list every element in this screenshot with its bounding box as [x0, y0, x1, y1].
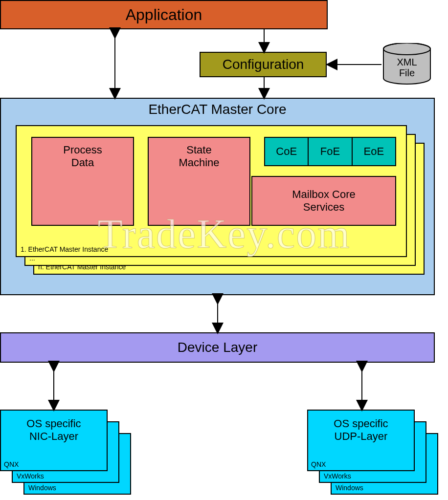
core-title: EtherCAT Master Core	[1, 102, 434, 117]
arrow-device-nic	[49, 363, 59, 410]
xml-file-label: XML File	[382, 57, 431, 78]
process-data-label: Process Data	[63, 144, 102, 170]
application-label: Application	[126, 6, 202, 24]
arrow-app-config	[259, 29, 269, 52]
device-layer-label: Device Layer	[178, 340, 257, 355]
arrow-device-udp	[357, 363, 367, 410]
device-layer-box: Device Layer	[0, 332, 435, 363]
xml-file-cylinder: XML File	[382, 43, 431, 82]
application-box: Application	[0, 0, 328, 29]
udp-stack-qnx: OS specific UDP-Layer QNX	[307, 410, 415, 471]
configuration-label: Configuration	[223, 57, 304, 72]
protocol-coe: CoE	[264, 137, 309, 166]
arrow-xml-config	[328, 60, 382, 69]
protocol-eoe: EoE	[352, 137, 396, 166]
configuration-box: Configuration	[200, 52, 327, 77]
arrow-app-core	[110, 29, 120, 98]
instance-1-box: 1. EtherCAT Master Instance Process Data…	[16, 125, 407, 257]
udp-title: OS specific UDP-Layer	[308, 417, 414, 443]
mailbox-label: Mailbox Core Services	[292, 188, 356, 214]
instance-1-label: 1. EtherCAT Master Instance	[21, 245, 108, 253]
state-machine-label: State Machine	[179, 144, 219, 170]
arrow-core-device	[213, 295, 223, 332]
arrow-config-core	[259, 77, 269, 98]
process-data-box: Process Data	[31, 137, 134, 226]
state-machine-box: State Machine	[148, 137, 250, 226]
protocols-row: CoE FoE EoE	[264, 137, 396, 166]
protocol-foe: FoE	[308, 137, 352, 166]
mailbox-box: Mailbox Core Services	[251, 176, 396, 226]
ethercat-core-container: EtherCAT Master Core n. EtherCAT Master …	[0, 98, 435, 295]
nic-title: OS specific NIC-Layer	[1, 417, 107, 443]
nic-stack-qnx: OS specific NIC-Layer QNX	[0, 410, 108, 471]
